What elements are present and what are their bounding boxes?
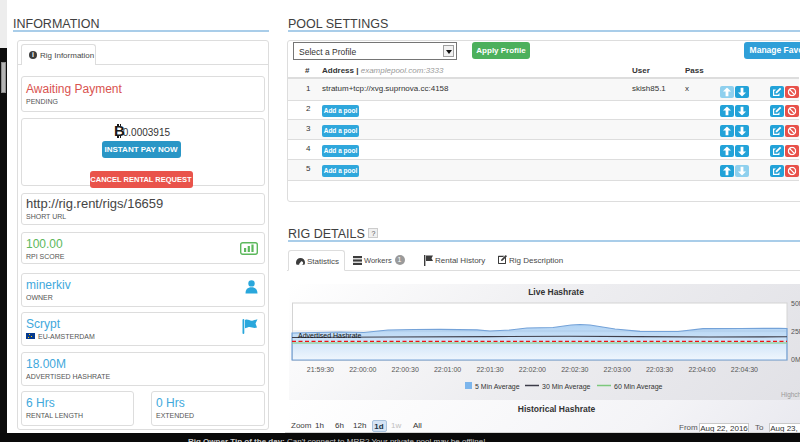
svg-text:22:01:00: 22:01:00 [434, 366, 461, 373]
svg-text:0M: 0M [791, 356, 800, 363]
svg-text:50M: 50M [791, 300, 800, 307]
svg-text:22:03:30: 22:03:30 [646, 366, 673, 373]
svg-text:22:00:00: 22:00:00 [349, 366, 376, 373]
svg-text:Live Hashrate: Live Hashrate [528, 287, 584, 297]
svg-text:30 Min Average: 30 Min Average [542, 383, 591, 391]
svg-text:22:04:30: 22:04:30 [731, 366, 758, 373]
svg-text:22:04:00: 22:04:00 [688, 366, 715, 373]
svg-text:22:01:30: 22:01:30 [476, 366, 503, 373]
svg-text:5 Min Average: 5 Min Average [475, 383, 520, 391]
svg-text:22:02:30: 22:02:30 [561, 366, 588, 373]
svg-text:25M: 25M [791, 328, 800, 335]
svg-text:21:59:30: 21:59:30 [307, 366, 334, 373]
svg-text:Highcharts.com: Highcharts.com [781, 391, 800, 399]
svg-text:60 Min Average: 60 Min Average [614, 383, 663, 391]
svg-text:22:03:00: 22:03:00 [604, 366, 631, 373]
svg-text:22:00:30: 22:00:30 [392, 366, 419, 373]
svg-text:Advertised Hashrate: Advertised Hashrate [298, 332, 362, 339]
svg-text:22:02:00: 22:02:00 [519, 366, 546, 373]
